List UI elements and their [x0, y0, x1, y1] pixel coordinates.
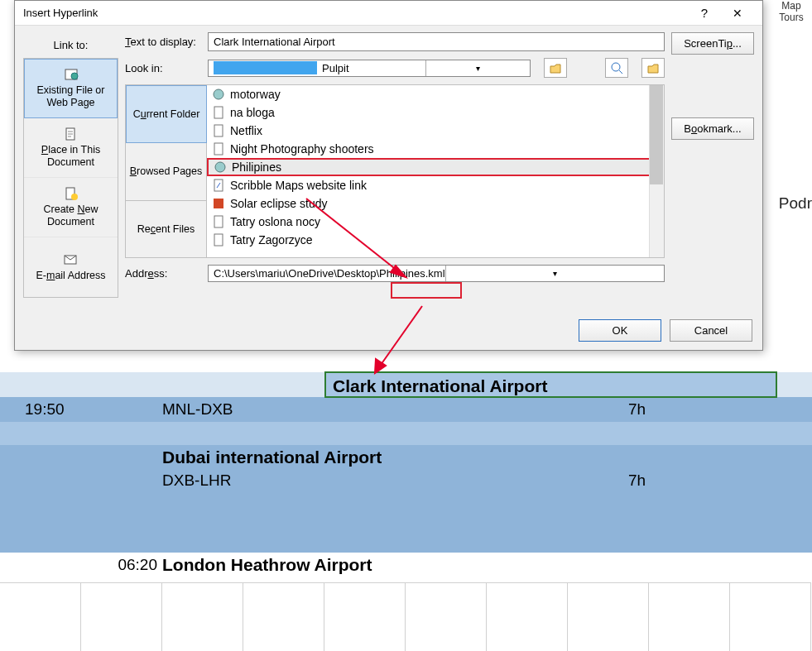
file-web-icon — [64, 68, 79, 81]
earth-icon — [214, 160, 227, 174]
linkto-create-new[interactable]: Create New Document — [24, 178, 118, 237]
tab-current-folder[interactable]: Current Folder — [126, 85, 207, 143]
linkto-label: Link to: — [23, 32, 118, 58]
file-item: Netflix — [207, 122, 664, 140]
document-place-icon — [64, 127, 79, 141]
insert-hyperlink-dialog: Insert Hyperlink ? ✕ Link to: Existing F… — [14, 0, 763, 351]
globe-search-icon — [610, 61, 623, 74]
svg-point-6 — [612, 63, 620, 71]
file-item-highlighted[interactable]: Philipines — [207, 158, 664, 176]
bookmark-button[interactable]: Bookmark... — [671, 117, 754, 140]
up-folder-button[interactable] — [544, 58, 567, 78]
airport-cell[interactable]: Dubai international Airport — [162, 448, 622, 467]
screentip-button[interactable]: ScreenTip... — [671, 32, 754, 55]
linkto-existing-file[interactable]: Existing File or Web Page — [24, 59, 118, 118]
email-icon — [64, 253, 79, 266]
lookin-label: Look in: — [125, 62, 199, 74]
svg-point-4 — [71, 194, 78, 200]
dialog-title: Insert Hyperlink — [23, 7, 688, 19]
svg-rect-14 — [214, 216, 223, 227]
chevron-down-icon[interactable]: ▾ — [445, 266, 664, 281]
scrollbar[interactable] — [649, 85, 664, 257]
text-to-display-input[interactable] — [208, 32, 665, 51]
time-cell[interactable]: 06:20 — [0, 556, 162, 574]
tab-browsed-pages[interactable]: Browsed Pages — [126, 143, 207, 200]
file-item: motorway — [207, 85, 664, 103]
route-cell[interactable]: MNL-DXB — [162, 400, 622, 419]
cancel-button[interactable]: Cancel — [670, 319, 752, 342]
address-label: Address: — [125, 267, 199, 280]
duration-cell[interactable]: 7h — [622, 471, 812, 490]
help-icon[interactable]: ? — [688, 1, 721, 26]
doc-icon — [212, 106, 225, 119]
file-item: Tatry oslona nocy — [207, 213, 664, 231]
file-item: Scribble Maps website link — [207, 176, 664, 194]
lookin-combo[interactable]: Pulpit ▾ — [208, 60, 531, 77]
earth-icon — [212, 88, 225, 101]
gridlines — [0, 582, 812, 651]
file-item: Solar eclipse study — [207, 194, 664, 213]
dialog-titlebar: Insert Hyperlink ? ✕ — [15, 1, 762, 26]
linkto-panel: Existing File or Web Page Place in This … — [23, 58, 118, 298]
ok-button[interactable]: OK — [579, 319, 661, 342]
close-icon[interactable]: ✕ — [721, 1, 754, 26]
linkto-place-in-doc[interactable]: Place in This Document — [24, 118, 118, 178]
duration-cell[interactable]: 7h — [622, 400, 812, 419]
tab-recent-files[interactable]: Recent Files — [126, 201, 207, 257]
browse-web-button[interactable] — [605, 58, 628, 78]
desktop-icon — [214, 61, 317, 74]
selected-cell[interactable]: Clark International Airport — [324, 371, 777, 398]
doc-icon — [212, 124, 225, 137]
folder-icon — [646, 61, 660, 74]
time-cell[interactable]: 19:50 — [0, 400, 162, 419]
folder-up-icon — [549, 61, 562, 74]
text-to-display-label: Text to display: — [125, 36, 199, 48]
address-input[interactable]: C:\Users\mariu\OneDrive\Desktop\Philipin… — [208, 265, 665, 282]
browse-file-button[interactable] — [641, 58, 665, 78]
link-icon — [212, 233, 225, 247]
file-list[interactable]: motorway na bloga Netflix Night Photogra… — [207, 85, 664, 257]
new-document-icon — [64, 187, 79, 200]
svg-point-7 — [214, 89, 223, 99]
link-icon — [212, 179, 225, 192]
file-item: na bloga — [207, 103, 664, 122]
linkto-email[interactable]: E-mail Address — [24, 237, 118, 297]
ppt-icon — [212, 197, 225, 210]
annotation-highlight — [391, 282, 462, 299]
route-cell[interactable]: DXB-LHR — [162, 471, 622, 490]
cutoff-text: Podr — [779, 194, 812, 213]
svg-rect-15 — [214, 234, 223, 246]
svg-rect-9 — [214, 125, 223, 136]
svg-rect-10 — [214, 143, 223, 155]
chevron-down-icon[interactable]: ▾ — [425, 60, 530, 76]
file-item: Tatry Zagorzyce — [207, 231, 664, 249]
svg-rect-8 — [214, 107, 223, 118]
svg-point-11 — [215, 162, 225, 172]
svg-rect-13 — [214, 199, 223, 208]
doc-icon — [212, 142, 225, 156]
ribbon-fragment: MapTours — [771, 0, 812, 33]
file-item: Night Photography shooters — [207, 140, 664, 158]
svg-point-1 — [71, 73, 78, 79]
link-icon — [212, 215, 225, 228]
airport-cell[interactable]: London Heathrow Airport — [162, 555, 812, 575]
